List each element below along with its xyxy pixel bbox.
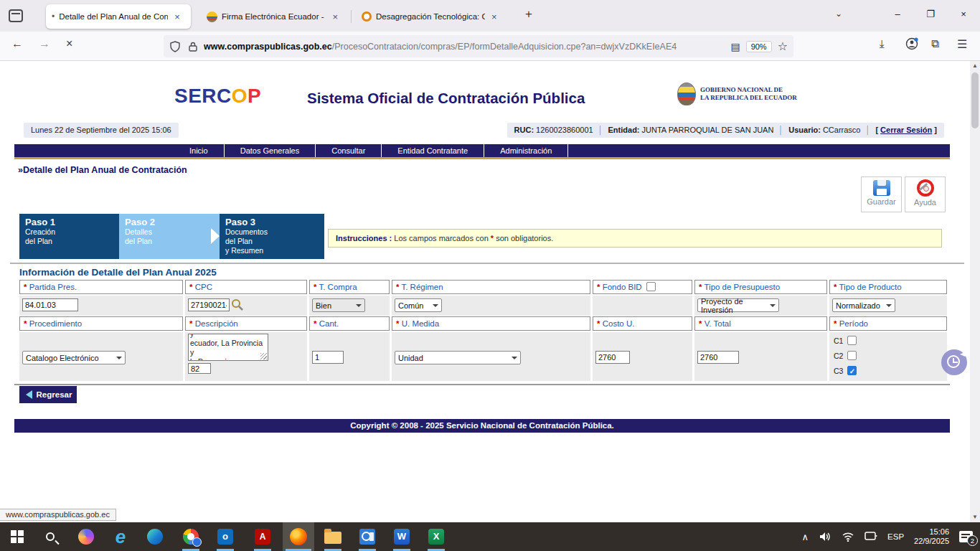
- instructions-label: Instrucciones :: [336, 234, 392, 242]
- new-tab-button[interactable]: +: [525, 7, 532, 22]
- step-2-active: Paso 2 Detalles del Plan: [119, 214, 220, 259]
- scrollbar-thumb[interactable]: [971, 72, 979, 128]
- vtotal-input[interactable]: [697, 351, 739, 364]
- periodo-c1-checkbox[interactable]: [847, 336, 857, 345]
- taskbar-file-explorer[interactable]: [317, 522, 349, 551]
- cpc-input[interactable]: [188, 298, 230, 311]
- time-tracker-overlay-icon[interactable]: [941, 349, 967, 375]
- tpresupuesto-value: Proyecto de Inversión: [701, 297, 765, 314]
- url-text[interactable]: www.compraspublicas.gob.ec/ProcesoContra…: [204, 42, 730, 52]
- scroll-up-icon[interactable]: ▲: [970, 61, 980, 71]
- volume-icon[interactable]: [819, 531, 831, 542]
- language-indicator[interactable]: ESP: [887, 532, 904, 541]
- taskbar-clock[interactable]: 15:06 22/9/2025: [914, 527, 949, 546]
- zoom-level-badge[interactable]: 90%: [746, 41, 772, 52]
- fondo-bid-checkbox[interactable]: [646, 282, 656, 291]
- minimize-button[interactable]: –: [881, 0, 914, 27]
- sercop-logo-p: P: [248, 85, 261, 107]
- account-icon[interactable]: [905, 37, 918, 50]
- tregimen-select[interactable]: Común: [395, 298, 442, 312]
- taskbar-word[interactable]: W: [386, 522, 418, 551]
- cast-icon[interactable]: [864, 532, 877, 542]
- clock-date: 22/9/2025: [914, 537, 949, 546]
- resize-handle[interactable]: [260, 353, 267, 359]
- menu-item-inicio[interactable]: Inicio: [174, 144, 225, 157]
- tab-close-icon[interactable]: ×: [330, 11, 340, 22]
- cpc-search-icon[interactable]: [231, 298, 244, 311]
- tab-desagregacion[interactable]: Desagregación Tecnológica: Cál ×: [356, 4, 508, 29]
- tproducto-select[interactable]: Normalizado: [832, 298, 895, 312]
- back-button[interactable]: ←: [11, 37, 23, 50]
- back-page-button[interactable]: Regresar: [19, 386, 77, 403]
- menu-item-administracion[interactable]: Administración: [484, 144, 568, 157]
- bookmark-star-icon[interactable]: ☆: [778, 39, 788, 53]
- partida-input[interactable]: [22, 298, 78, 311]
- step-line: Detalles: [125, 227, 220, 237]
- cant-input[interactable]: [312, 351, 344, 364]
- firefox-view-icon[interactable]: [9, 9, 23, 22]
- sercop-logo-o: O: [232, 85, 248, 107]
- close-window-button[interactable]: ×: [947, 0, 980, 27]
- section-title: Información de Detalle del Plan Anual 20…: [19, 267, 217, 278]
- menu-item-consultar[interactable]: Consultar: [316, 144, 382, 157]
- menu-item-entidad-contratante[interactable]: Entidad Contratante: [382, 144, 484, 157]
- tab-detalle-plan[interactable]: • Detalle del Plan Anual de Contr ×: [46, 4, 191, 29]
- reader-mode-icon[interactable]: ▤: [730, 41, 740, 52]
- edge-icon: [147, 529, 163, 545]
- taskbar-search-button[interactable]: [34, 522, 66, 551]
- help-button[interactable]: Ayuda: [905, 176, 946, 212]
- taskbar-excel[interactable]: X: [420, 522, 452, 551]
- page-scrollbar[interactable]: ▲ ▼: [970, 61, 980, 522]
- taskbar-chrome[interactable]: [175, 522, 207, 551]
- logout-link[interactable]: Cerrar Sesión: [880, 126, 932, 134]
- status-url-tooltip: www.compraspublicas.gob.ec: [0, 509, 116, 521]
- url-bar[interactable]: www.compraspublicas.gob.ec/ProcesoContra…: [164, 35, 793, 57]
- start-button[interactable]: [1, 522, 33, 551]
- umedida-select[interactable]: Unidad: [395, 351, 521, 364]
- menu-item-datos-generales[interactable]: Datos Generales: [225, 144, 316, 157]
- tpresupuesto-select[interactable]: Proyecto de Inversión: [697, 298, 779, 312]
- outlook-icon: o: [217, 529, 233, 545]
- chrome-icon: [183, 529, 199, 545]
- descripcion-textarea[interactable]: ecuador, La Provincia y ecuador, La Prov…: [188, 334, 268, 361]
- periodo-c3-checkbox[interactable]: ✓: [847, 366, 857, 375]
- taskbar-system-app[interactable]: [352, 522, 383, 551]
- sidebar-icon[interactable]: ⧉: [931, 37, 939, 50]
- entity-value: JUNTA PARROQUIAL DE SAN JUAN: [642, 126, 774, 134]
- procedimiento-select[interactable]: Catalogo Electrónico: [22, 351, 126, 364]
- tab-firma-electronica[interactable]: Firma Electrónica Ecuador - Firm ×: [201, 4, 346, 29]
- taskbar-edge[interactable]: [139, 522, 171, 551]
- lock-icon[interactable]: [188, 41, 198, 52]
- periodo-c2-checkbox[interactable]: [847, 351, 857, 360]
- periodo-c3-label: C3: [834, 367, 843, 375]
- maximize-button[interactable]: ❐: [914, 0, 947, 27]
- notifications-icon[interactable]: 2: [959, 531, 973, 542]
- costou-input[interactable]: [595, 351, 630, 364]
- downloads-icon[interactable]: ⤓: [880, 37, 885, 50]
- stop-button[interactable]: ×: [66, 37, 72, 50]
- taskbar-acrobat[interactable]: A: [247, 522, 278, 551]
- label-tcompra: * T. Compra: [309, 280, 390, 294]
- label-tproducto: * Tipo de Producto: [829, 280, 947, 294]
- hamburger-menu-icon[interactable]: ☰: [957, 37, 967, 51]
- folder-icon: [324, 532, 341, 544]
- scroll-down-icon[interactable]: ▼: [970, 512, 980, 522]
- instructions-box: Instrucciones : Los campos marcados con …: [328, 229, 942, 248]
- excel-icon: X: [428, 529, 444, 545]
- save-button[interactable]: Guardar: [861, 176, 902, 212]
- descripcion-extra-input[interactable]: [188, 363, 211, 374]
- step-line: Documentos: [225, 227, 324, 237]
- tab-close-icon[interactable]: ×: [172, 11, 182, 22]
- tcompra-select[interactable]: Bien: [312, 298, 365, 312]
- forward-button[interactable]: →: [39, 37, 50, 50]
- list-tabs-chevron-icon[interactable]: ⌄: [835, 9, 842, 19]
- label-descripcion: * Descripción: [185, 316, 307, 331]
- tray-chevron-icon[interactable]: ∧: [802, 532, 809, 542]
- taskbar-firefox-active[interactable]: [283, 522, 314, 551]
- shield-icon[interactable]: [169, 41, 181, 52]
- wifi-icon[interactable]: [842, 532, 854, 542]
- taskbar-internet-explorer[interactable]: e: [105, 522, 136, 551]
- taskbar-outlook[interactable]: o: [209, 522, 241, 551]
- taskbar-copilot[interactable]: [70, 522, 102, 551]
- tab-close-icon[interactable]: ×: [489, 11, 499, 22]
